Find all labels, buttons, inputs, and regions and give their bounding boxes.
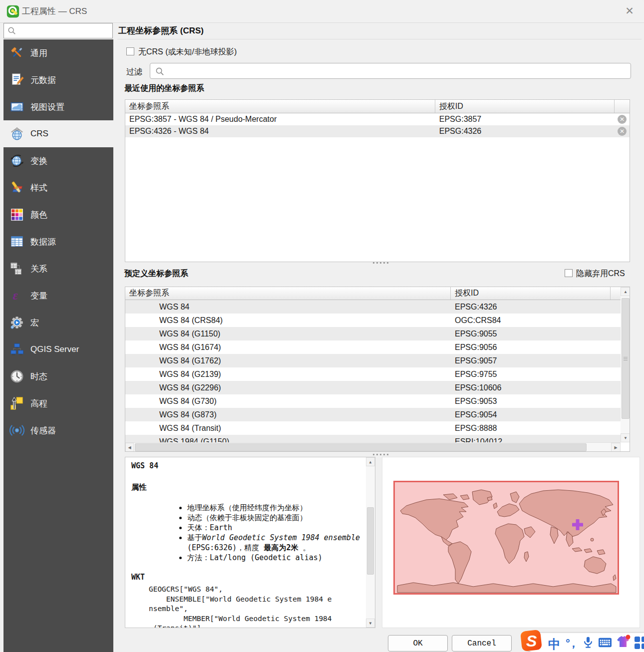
sidebar-item-macros[interactable]: 宏 (3, 309, 113, 336)
temporal-icon (9, 368, 25, 384)
crs-name-cell: WGS 84 (G873) (125, 410, 451, 419)
hide-deprecated-checkbox[interactable] (565, 269, 573, 277)
sidebar-item-qgis-server[interactable]: QGIS Server (3, 336, 113, 363)
crs-details-panel: WGS 84 属性 地理坐标系（使用经纬度作为坐标）动态（依赖于非板块固定的基准… (125, 457, 375, 628)
auth-id-cell: EPSG:9055 (451, 329, 621, 338)
remove-crs-icon[interactable]: ✕ (618, 127, 627, 136)
sidebar-item-style[interactable]: 样式 (3, 174, 113, 201)
table-row[interactable]: EPSG:3857 - WGS 84 / Pseudo-MercatorEPSG… (125, 113, 630, 125)
auth-id-cell: EPSG:9057 (451, 356, 621, 365)
sidebar-item-relations[interactable]: 关系 (3, 255, 113, 282)
sidebar-item-label: QGIS Server (30, 344, 79, 354)
crs-name-cell: WGS 1984 (G1150) (125, 437, 451, 443)
sidebar-item-elevation[interactable]: 高程 (3, 390, 113, 417)
view-settings-icon (9, 99, 25, 115)
crs-name-cell: WGS 84 (125, 303, 451, 312)
sidebar-item-general[interactable]: 通用 (3, 39, 113, 66)
ime-keyboard-icon[interactable] (598, 636, 613, 651)
recent-crs-table: 坐标参照系 授权ID EPSG:3857 - WGS 84 / Pseudo-M… (125, 99, 630, 262)
sidebar-search-input[interactable] (3, 23, 113, 38)
table-row[interactable]: WGS 1984 (G1150)ESRI:104012 (125, 435, 621, 442)
project-properties-dialog: 工程属性 — CRS ✕ 通用元数据视图设置CRS变换样式颜色数据源关系ε变量宏… (0, 0, 644, 652)
crs-property-item: 方法：Lat/long (Geodetic alias) (187, 553, 362, 563)
auth-id-cell: EPSG:4326 (435, 127, 615, 136)
sidebar-item-temporal[interactable]: 时态 (3, 363, 113, 390)
scroll-right-icon[interactable]: ▶ (611, 443, 621, 452)
table-row[interactable]: WGS 84 (G1674)EPSG:9056 (125, 340, 621, 354)
sidebar-item-sensors[interactable]: 传感器 (3, 417, 113, 444)
table-row[interactable]: WGS 84 (G730)EPSG:9053 (125, 394, 621, 408)
sidebar-item-label: 时态 (30, 371, 47, 382)
sidebar-item-label: 颜色 (30, 209, 47, 221)
sidebar-item-metadata[interactable]: 元数据 (3, 66, 113, 93)
datasource-icon (9, 234, 25, 250)
sidebar-item-crs[interactable]: CRS (3, 120, 113, 147)
auth-id-cell: EPSG:9056 (451, 343, 621, 352)
auth-id-cell: EPSG:10606 (451, 383, 621, 392)
scrollbar-thumb[interactable] (367, 507, 374, 575)
search-icon (155, 67, 165, 76)
auth-id-cell: EPSG:9054 (451, 410, 621, 419)
ok-button[interactable]: OK (388, 635, 448, 652)
ime-mic-icon[interactable] (581, 635, 595, 652)
sidebar: 通用元数据视图设置CRS变换样式颜色数据源关系ε变量宏QGIS Server时态… (3, 39, 113, 652)
table-row[interactable]: WGS 84 (G1762)EPSG:9057 (125, 354, 621, 367)
tools-icon (9, 45, 25, 61)
ime-skin-icon[interactable] (615, 634, 631, 652)
properties-heading: 属性 (131, 482, 362, 493)
scrollbar-thumb[interactable] (135, 443, 587, 451)
sidebar-item-colors[interactable]: 颜色 (3, 201, 113, 228)
crs-property-item: 地理坐标系（使用经纬度作为坐标） (187, 503, 362, 513)
column-header-crs[interactable]: 坐标参照系 (125, 100, 435, 113)
style-icon (9, 180, 25, 196)
sidebar-item-transform[interactable]: 变换 (3, 147, 113, 174)
scroll-up-icon[interactable]: ▲ (366, 457, 375, 466)
no-crs-checkbox[interactable] (126, 47, 134, 55)
qgis-logo-icon (6, 5, 19, 20)
table-row[interactable]: WGS 84 (CRS84)OGC:CRS84 (125, 314, 621, 327)
table-row[interactable]: EPSG:4326 - WGS 84EPSG:4326✕ (125, 125, 630, 137)
sidebar-item-label: 通用 (30, 47, 47, 59)
table-row[interactable]: WGS 84 (G2296)EPSG:10606 (125, 381, 621, 394)
remove-crs-icon[interactable]: ✕ (618, 115, 627, 124)
close-icon[interactable]: ✕ (619, 3, 640, 19)
auth-id-cell: EPSG:3857 (435, 115, 615, 124)
table-row[interactable]: WGS 84EPSG:4326 (125, 300, 621, 314)
sidebar-item-view-settings[interactable]: 视图设置 (3, 93, 113, 120)
ime-apps-grid-icon[interactable] (634, 636, 644, 652)
cancel-button[interactable]: Cancel (452, 635, 512, 652)
vertical-scrollbar[interactable]: ▲ ▼ (621, 287, 630, 442)
auth-id-cell: ESRI:104012 (451, 437, 621, 443)
filter-input[interactable] (150, 63, 631, 79)
table-row[interactable]: WGS 84 (Transit)EPSG:8888 (125, 421, 621, 435)
server-icon (9, 341, 25, 357)
ime-chinese-mode-icon[interactable]: 中 (548, 636, 561, 652)
column-header-auth-id[interactable]: 授权ID (451, 287, 611, 300)
ime-punctuation-icon[interactable]: °， (566, 636, 577, 651)
column-header-blank (611, 287, 621, 300)
sidebar-item-label: 宏 (30, 317, 39, 328)
scroll-left-icon[interactable]: ◀ (125, 443, 134, 452)
scrollbar-thumb[interactable] (622, 298, 630, 419)
vertical-scrollbar[interactable]: ▲ ▼ (366, 457, 375, 628)
sidebar-item-label: 数据源 (30, 236, 56, 248)
horizontal-scrollbar[interactable]: ◀ ▶ (125, 442, 621, 452)
sogou-logo-icon[interactable]: S (519, 629, 543, 652)
scroll-down-icon[interactable]: ▼ (621, 433, 630, 442)
table-row[interactable]: WGS 84 (G1150)EPSG:9055 (125, 327, 621, 340)
column-header-auth-id[interactable]: 授权ID (435, 100, 615, 113)
scroll-up-icon[interactable]: ▲ (621, 287, 630, 296)
scroll-down-icon[interactable]: ▼ (366, 619, 375, 628)
splitter-handle[interactable] (372, 262, 389, 264)
crs-extent-map (382, 457, 640, 628)
column-header-crs[interactable]: 坐标参照系 (125, 287, 451, 300)
splitter-handle[interactable] (372, 453, 389, 456)
table-row[interactable]: WGS 84 (G873)EPSG:9054 (125, 408, 621, 421)
macros-icon (9, 315, 25, 330)
sidebar-item-variables[interactable]: ε变量 (3, 282, 113, 309)
predefined-crs-table: 坐标参照系 授权ID WGS 84EPSG:4326WGS 84 (CRS84)… (125, 287, 630, 452)
page-title: 工程坐标参照系 (CRS) (118, 25, 204, 36)
sidebar-item-label: CRS (30, 129, 48, 139)
sidebar-item-data-sources[interactable]: 数据源 (3, 228, 113, 255)
table-row[interactable]: WGS 84 (G2139)EPSG:9755 (125, 367, 621, 381)
